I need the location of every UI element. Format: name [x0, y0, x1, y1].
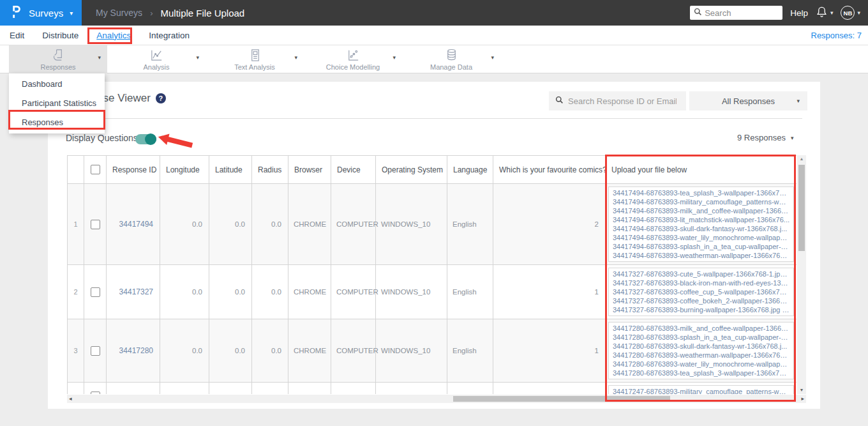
select-all-checkbox[interactable]: [91, 165, 100, 174]
table-header-row: Response ID▲ Longitude Latitude Radius B…: [68, 156, 797, 184]
file-link[interactable]: 34417494-68763893-military_camouflage_pa…: [613, 197, 789, 206]
cell-os: [376, 383, 447, 395]
toolbar-item-responses[interactable]: Responses ▾: [9, 45, 107, 73]
row-checkbox[interactable]: [91, 220, 100, 229]
cell-rownum: [68, 383, 84, 395]
file-link[interactable]: 34417494-68763893-milk_and_coffee-wallpa…: [613, 206, 789, 215]
help-link[interactable]: Help: [790, 8, 808, 18]
global-search[interactable]: [690, 6, 782, 20]
horizontal-scrollbar[interactable]: ◂ ▸: [67, 395, 806, 403]
menu-item-participant-statistics[interactable]: Participant Statistics: [9, 94, 105, 113]
file-link[interactable]: 34417494-68763893-lit_matchstick-wallpap…: [613, 215, 789, 224]
scroll-right-icon[interactable]: ▸: [801, 395, 804, 403]
header-comics-question: Which is your favourite comics?: [493, 156, 606, 184]
display-questions-label: Display Questions: [66, 133, 138, 143]
header-os: Operating System: [376, 156, 447, 184]
row-checkbox[interactable]: [91, 392, 100, 395]
menu-item-responses[interactable]: Responses: [9, 113, 105, 132]
cell-longitude: 0.0: [160, 184, 209, 265]
account-caret-icon: ▾: [857, 10, 860, 16]
table-row: 34417247-68763893-military_camouflage_pa…: [68, 383, 797, 395]
cell-browser: [288, 383, 331, 395]
header-rownum: [68, 156, 84, 184]
cell-response-id[interactable]: 34417327: [107, 265, 160, 319]
file-link[interactable]: 34417280-68763893-skull-dark-fantasy-wr-…: [613, 342, 789, 351]
toolbar-label: Choice Modelling: [326, 63, 380, 71]
header-latitude: Latitude: [209, 156, 252, 184]
file-list: 34417247-68763893-military_camouflage_pa…: [608, 385, 794, 394]
file-link[interactable]: 34417280-68763893-weatherman-wallpaper-1…: [613, 351, 789, 360]
toolbar-item-manage-data[interactable]: Manage Data ▾: [402, 45, 500, 73]
cell-device: COMPUTER: [331, 319, 376, 383]
toolbar-label: Text Analysis: [234, 63, 275, 71]
file-link[interactable]: 34417280-68763893-water_lily_monochrome-…: [613, 360, 789, 369]
notifications-caret-icon: ▾: [830, 10, 834, 16]
scroll-down-icon[interactable]: ▼: [797, 388, 806, 392]
tab-integration[interactable]: Integration: [149, 31, 190, 40]
file-link[interactable]: 34417327-68763893-burning-wallpaper-1366…: [613, 305, 789, 314]
file-link[interactable]: 34417280-68763893-splash_in_a_tea_cup-wa…: [613, 333, 789, 342]
cell-os: WINDOWS_10: [376, 319, 447, 383]
search-icon: [555, 95, 564, 107]
text-analysis-icon: [248, 48, 262, 63]
header-response-id[interactable]: Response ID▲: [107, 156, 160, 184]
cell-comics: 1: [493, 265, 606, 319]
row-checkbox[interactable]: [91, 287, 100, 297]
toolbar-item-analysis[interactable]: Analysis ▾: [107, 45, 206, 73]
notifications-control[interactable]: ▾: [816, 6, 834, 20]
file-link[interactable]: 34417494-68763893-splash_in_a_tea_cup-wa…: [613, 242, 789, 251]
cell-response-id[interactable]: 34417280: [107, 319, 160, 383]
response-search[interactable]: [549, 91, 686, 110]
avatar: NB: [841, 6, 855, 20]
account-control[interactable]: NB ▾: [841, 6, 860, 20]
scroll-left-icon[interactable]: ◂: [69, 395, 72, 403]
tab-distribute[interactable]: Distribute: [42, 31, 79, 40]
cell-os: WINDOWS_10: [376, 265, 447, 319]
response-search-input[interactable]: [568, 96, 677, 106]
filter-caret-icon: ▾: [797, 98, 800, 104]
tab-analytics[interactable]: Analytics: [96, 31, 131, 40]
top-bar: Surveys ▾ My Surveys › Multiple File Upl…: [0, 0, 868, 26]
file-link[interactable]: 34417327-68763893-coffee_cup_5-wallpaper…: [613, 287, 789, 296]
cell-latitude: 0.0: [209, 319, 252, 383]
cell-response-id[interactable]: 34417494: [107, 184, 160, 265]
brand-menu[interactable]: Surveys ▾: [0, 0, 82, 26]
file-link[interactable]: 34417494-68763893-tea_splash_3-wallpaper…: [613, 188, 789, 197]
vertical-scrollbar[interactable]: ▲ ▼: [797, 155, 806, 394]
response-filter-dropdown[interactable]: All Responses ▾: [689, 91, 807, 110]
cell-device: COMPUTER: [331, 265, 376, 319]
cell-latitude: [209, 383, 252, 395]
help-icon[interactable]: ?: [156, 93, 166, 103]
file-link[interactable]: 34417280-68763893-tea_splash_3-wallpaper…: [613, 369, 789, 377]
topbar-right: Help ▾ NB ▾: [690, 6, 868, 20]
tab-edit[interactable]: Edit: [10, 31, 24, 40]
menu-item-dashboard[interactable]: Dashboard: [9, 75, 105, 94]
horizontal-scrollbar-thumb[interactable]: [453, 396, 670, 402]
file-link[interactable]: 34417494-68763893-skull-dark-fantasy-wr-…: [613, 224, 789, 233]
cell-language: [447, 383, 493, 395]
display-questions-toggle[interactable]: [135, 134, 156, 144]
global-search-input[interactable]: [705, 8, 775, 18]
file-link[interactable]: 34417327-68763893-cute_5-wallpaper-1366x…: [613, 270, 789, 278]
toolbar-caret-icon[interactable]: ▾: [491, 54, 494, 61]
row-checkbox[interactable]: [91, 346, 100, 356]
cell-latitude: 0.0: [209, 265, 252, 319]
file-link[interactable]: 34417327-68763893-black-iron-man-with-re…: [613, 278, 789, 287]
responses-per-page-dropdown[interactable]: 9 Responses ▾: [737, 133, 793, 142]
toolbar-caret-icon[interactable]: ▾: [294, 54, 297, 61]
file-link[interactable]: 34417494-68763893-water_lily_monochrome-…: [613, 233, 789, 242]
toolbar-item-choice-modelling[interactable]: Choice Modelling ▾: [304, 45, 402, 73]
scroll-up-icon[interactable]: ▲: [797, 156, 806, 161]
toolbar-caret-icon[interactable]: ▾: [196, 54, 199, 61]
file-link[interactable]: 34417280-68763893-milk_and_coffee-wallpa…: [613, 324, 789, 333]
toolbar-caret-icon[interactable]: ▾: [393, 54, 396, 61]
vertical-scrollbar-thumb[interactable]: [798, 165, 805, 251]
cell-browser: CHROME: [288, 184, 331, 265]
file-link[interactable]: 34417494-68763893-weatherman-wallpaper-1…: [613, 251, 789, 260]
file-link[interactable]: 34417327-68763893-coffee_bokeh_2-wallpap…: [613, 296, 789, 305]
toolbar-item-text-analysis[interactable]: Text Analysis ▾: [206, 45, 304, 73]
file-link[interactable]: 34417247-68763893-military_camouflage_pa…: [613, 387, 789, 394]
manage-data-icon: [444, 48, 459, 63]
toolbar-caret-icon[interactable]: ▾: [98, 54, 101, 61]
breadcrumb-parent[interactable]: My Surveys: [96, 8, 142, 18]
